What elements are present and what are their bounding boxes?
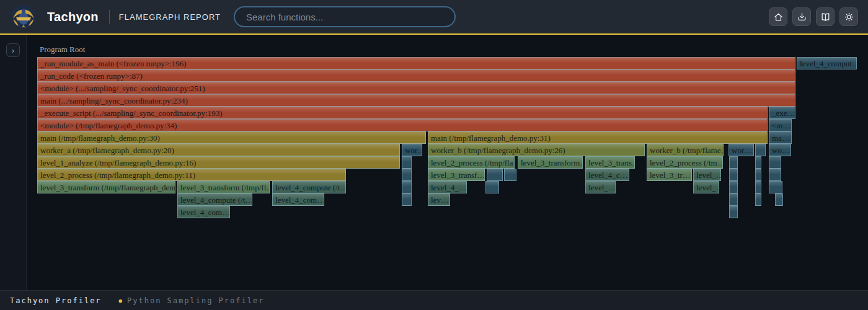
flame-bar[interactable]: main (/tmp/flamegraph_demo.py:31)	[428, 131, 768, 144]
flame-bar[interactable]: level_…	[693, 169, 721, 181]
flame-bar[interactable]: level_4_com…	[177, 206, 230, 218]
flame-bar[interactable]	[755, 193, 761, 206]
flame-bar[interactable]	[769, 156, 781, 169]
flame-bar[interactable]: main (.../sampling/_sync_coordinator.py:…	[37, 94, 795, 107]
report-type-label: FLAMEGRAPH REPORT	[119, 12, 221, 22]
flame-bar[interactable]	[729, 181, 738, 193]
flame-bar[interactable]	[755, 169, 761, 181]
sidebar-expand-button[interactable]: ›	[6, 43, 20, 57]
flame-bar[interactable]: worker_b (/tmp/flamegraph_demo.py:26)	[428, 144, 645, 156]
flame-bar[interactable]: wor…	[402, 144, 422, 156]
flame-bar[interactable]: _execute_script (.../sampling/_sync_coor…	[37, 107, 768, 119]
flame-bar[interactable]: lev…	[428, 193, 450, 206]
flame-bar[interactable]: worker_b (/tmp/flame…	[647, 144, 724, 156]
flame-bar[interactable]	[485, 181, 499, 193]
flame-bar[interactable]: level_2_process (/tmp/flamegraph_demo.py…	[37, 169, 346, 181]
flame-bar[interactable]: wo…	[769, 144, 791, 156]
flame-bar[interactable]: worker_a (/tmp/flamegraph_demo.py:20)	[37, 144, 400, 156]
flame-bar[interactable]: wor…	[728, 144, 754, 156]
download-button[interactable]	[792, 7, 811, 26]
status-dot-icon: ●	[119, 298, 122, 304]
book-icon	[820, 12, 831, 22]
sidebar: ›	[0, 35, 27, 290]
flame-root-label: Program Root	[40, 45, 85, 55]
docs-button[interactable]	[816, 7, 835, 26]
flame-bar[interactable]	[769, 181, 782, 193]
download-icon	[797, 12, 807, 22]
flame-bar[interactable]: level_…	[693, 181, 719, 193]
flame-bar[interactable]: level_2_process (/tm…	[647, 156, 723, 169]
header-divider	[109, 10, 110, 24]
flame-bar[interactable]	[729, 206, 738, 218]
home-icon	[773, 12, 784, 22]
flame-bar[interactable]: level_4_c…	[585, 169, 629, 181]
header-actions	[769, 7, 858, 26]
app-title: Tachyon	[47, 10, 99, 24]
flame-bar[interactable]: <module> (.../sampling/_sync_coordinator…	[37, 82, 795, 94]
flame-bar[interactable]: _run_code (<frozen runpy>:87)	[37, 69, 795, 82]
flame-bar[interactable]	[755, 156, 761, 169]
flame-bar[interactable]	[729, 156, 738, 169]
flame-bar[interactable]: level_2_process (/tmp/fla…	[428, 156, 515, 169]
flame-bar[interactable]	[755, 144, 766, 156]
flame-bar[interactable]: level_3_transform…	[518, 156, 583, 169]
flame-bar[interactable]: ma…	[769, 131, 792, 144]
flame-bar[interactable]: level_3_transf…	[428, 169, 485, 181]
flame-bar[interactable]: level_3_tr…	[647, 169, 692, 181]
flame-bar[interactable]: level_4_comput…	[797, 57, 857, 69]
flame-bar[interactable]: level_…	[585, 181, 616, 193]
flamegraph: Program Root _run_module_as_main (<froze…	[27, 35, 868, 290]
status-app-name: Tachyon Profiler	[10, 296, 102, 305]
flame-bar[interactable]: level_1_analyze (/tmp/flamegraph_demo.py…	[37, 156, 400, 169]
flame-bar[interactable]: level_4_…	[428, 181, 467, 193]
flame-bar[interactable]	[775, 193, 783, 206]
header: Tachyon FLAMEGRAPH REPORT	[0, 0, 868, 35]
flame-bar[interactable]	[402, 193, 412, 206]
status-bar: Tachyon Profiler ● Python Sampling Profi…	[0, 290, 868, 310]
flame-bar[interactable]	[402, 156, 412, 169]
flame-bar[interactable]	[769, 169, 781, 181]
flame-bar[interactable]: level_3_transform (/tmp/fl…	[177, 181, 270, 193]
brightness-icon	[844, 12, 854, 22]
flame-bar[interactable]	[487, 169, 503, 181]
flame-bar[interactable]	[402, 181, 412, 193]
flame-bar[interactable]: level_4_compute (/t…	[177, 193, 252, 206]
flame-bar[interactable]: level_3_trans…	[585, 156, 635, 169]
flame-bar[interactable]: <m…	[769, 119, 792, 131]
app-logo-icon	[11, 4, 36, 29]
flame-bar[interactable]: <module> (/tmp/flamegraph_demo.py:34)	[37, 119, 768, 131]
status-subtitle: Python Sampling Profiler	[127, 296, 264, 305]
chevron-right-icon: ›	[12, 46, 14, 55]
search-input[interactable]	[234, 6, 456, 27]
flame-bar[interactable]	[402, 169, 412, 181]
flame-bar[interactable]: level_4_compute (/t…	[272, 181, 346, 193]
flame-bar[interactable]	[504, 169, 516, 181]
flame-bar[interactable]: _exe…	[769, 107, 795, 119]
flame-bar[interactable]: main (/tmp/flamegraph_demo.py:30)	[37, 131, 426, 144]
home-button[interactable]	[769, 7, 787, 26]
flame-bar[interactable]: level_4_com…	[272, 193, 324, 206]
theme-button[interactable]	[839, 7, 858, 26]
flame-bar[interactable]	[729, 193, 738, 206]
flame-bar[interactable]: _run_module_as_main (<frozen runpy>:196)	[37, 57, 795, 69]
flame-bar[interactable]: level_3_transform (/tmp/flamegraph_dem…	[37, 181, 175, 193]
flame-bar[interactable]	[729, 169, 738, 181]
flame-bar[interactable]	[755, 181, 761, 193]
